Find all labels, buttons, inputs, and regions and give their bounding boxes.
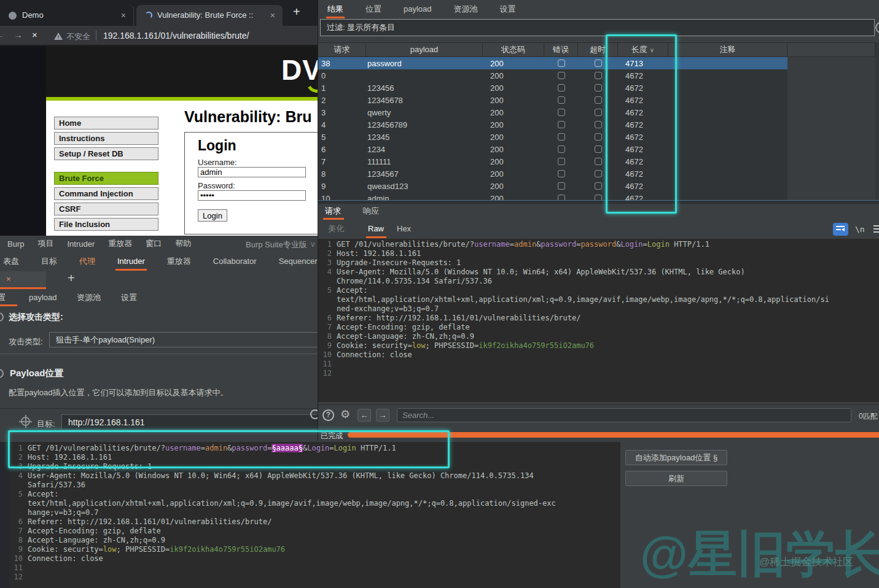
- password-field[interactable]: [198, 190, 306, 201]
- previous-match-button[interactable]: ←: [357, 409, 371, 422]
- sidebar-item[interactable]: Instructions: [54, 132, 158, 145]
- not-secure-warning-icon[interactable]: !: [54, 33, 63, 40]
- close-tab-icon[interactable]: ×: [270, 10, 275, 20]
- help-icon[interactable]: ?: [322, 409, 334, 421]
- checkbox-icon[interactable]: [595, 182, 602, 190]
- search-input[interactable]: [397, 409, 851, 422]
- forward-icon[interactable]: →: [14, 29, 23, 40]
- word-wrap-icon[interactable]: [833, 223, 848, 236]
- menu-item[interactable]: 帮助: [175, 238, 191, 249]
- editor-line[interactable]: 12: [318, 369, 879, 378]
- attack-window-tab[interactable]: 设置: [499, 0, 517, 18]
- table-row[interactable]: 9qweasd1232004672: [318, 180, 787, 192]
- checkbox-icon[interactable]: [595, 84, 602, 91]
- filter-settings-icon[interactable]: [875, 22, 879, 33]
- menu-item[interactable]: 重放器: [108, 238, 132, 249]
- attack-window-tab[interactable]: 资源池: [453, 0, 479, 18]
- tool-tab[interactable]: 重放器: [165, 252, 193, 271]
- editor-line[interactable]: 7Accept-Encoding: gzip, deflate: [318, 323, 879, 332]
- table-row[interactable]: 71111112004672: [318, 155, 787, 168]
- tool-tab[interactable]: Collaborator: [211, 252, 259, 271]
- checkbox-icon[interactable]: [595, 60, 602, 67]
- sidebar-item[interactable]: Brute Force: [54, 172, 158, 185]
- gear-icon[interactable]: ⚙: [340, 408, 350, 421]
- checkbox-icon[interactable]: [558, 182, 565, 190]
- results-header-cell[interactable]: 状态码: [483, 43, 544, 57]
- help-icon[interactable]: [0, 369, 4, 378]
- table-row[interactable]: 3qwerty2004672: [318, 106, 787, 118]
- tool-tab[interactable]: 目标: [39, 252, 59, 271]
- sidebar-item[interactable]: Home: [54, 117, 158, 130]
- results-splitter[interactable]: [318, 200, 879, 204]
- results-header-cell[interactable]: 注释: [668, 43, 787, 57]
- editor-line[interactable]: 6Referer: http://192.168.1.161/01/vulner…: [9, 517, 620, 527]
- editor-line[interactable]: 2Host: 192.168.1.161: [318, 249, 879, 258]
- menu-icon[interactable]: [873, 225, 879, 234]
- checkbox-icon[interactable]: [558, 109, 565, 116]
- editor-line[interactable]: 3Upgrade-Insecure-Requests: 1: [318, 258, 879, 268]
- sidebar-item[interactable]: CSRF: [54, 203, 158, 215]
- table-row[interactable]: 812345672004672: [318, 168, 787, 180]
- checkbox-icon[interactable]: [595, 145, 602, 153]
- checkbox-icon[interactable]: [595, 158, 602, 165]
- editor-line[interactable]: ned-exchange;v=b3;q=0.7: [318, 304, 879, 314]
- sub-tab[interactable]: 资源池: [77, 289, 101, 306]
- url-text[interactable]: 192.168.1.161/01/vulnerabilities/brute/: [103, 31, 249, 41]
- show-newlines-icon[interactable]: \n: [855, 225, 865, 234]
- tool-tab[interactable]: 表盘: [1, 252, 21, 271]
- back-icon[interactable]: ←: [0, 29, 4, 40]
- editor-line[interactable]: 10Connection: close: [9, 554, 620, 563]
- editor-line[interactable]: 4User-Agent: Mozilla/5.0 (Windows NT 10.…: [318, 268, 879, 277]
- sub-tab[interactable]: 位置: [0, 289, 6, 306]
- results-header-cell[interactable]: 错误: [544, 43, 578, 57]
- checkbox-icon[interactable]: [595, 133, 602, 141]
- table-row[interactable]: 41234567892004672: [318, 118, 787, 131]
- sub-tab[interactable]: 设置: [121, 289, 137, 306]
- table-row[interactable]: 5123452004672: [318, 131, 787, 143]
- checkbox-icon[interactable]: [595, 195, 602, 200]
- editor-line[interactable]: 9Cookie: security=low; PHPSESSID=ik9f2oi…: [318, 341, 879, 350]
- checkbox-icon[interactable]: [558, 96, 565, 104]
- new-tab-button[interactable]: +: [293, 5, 300, 19]
- checkbox-icon[interactable]: [595, 72, 602, 79]
- checkbox-icon[interactable]: [558, 121, 565, 128]
- editor-line[interactable]: Safari/537.36: [9, 481, 620, 490]
- tool-tab[interactable]: Sequencer: [277, 252, 319, 271]
- editor-line[interactable]: 7Accept-Encoding: gzip, deflate: [9, 527, 620, 536]
- login-button[interactable]: Login: [198, 209, 227, 222]
- browser-tab-demo[interactable]: Demo ×: [1, 5, 134, 26]
- editor-line[interactable]: Chrome/114.0.5735.134 Safari/537.36: [318, 277, 879, 286]
- attack-window-tab[interactable]: 位置: [364, 0, 383, 18]
- auto-add-payload-button[interactable]: 自动添加payload位置 §: [625, 450, 727, 465]
- menu-item[interactable]: Intruder: [67, 239, 95, 249]
- sub-tab[interactable]: payload: [29, 289, 57, 306]
- username-field[interactable]: [198, 167, 306, 177]
- checkbox-icon[interactable]: [595, 96, 602, 104]
- menu-item[interactable]: 窗口: [146, 238, 162, 249]
- checkbox-icon[interactable]: [558, 84, 565, 91]
- browser-tab-vulnerability[interactable]: Vulnerability: Brute Force :: Da ×: [136, 5, 283, 26]
- tab-prettify[interactable]: 美化: [328, 222, 344, 236]
- checkbox-icon[interactable]: [558, 133, 565, 141]
- sidebar-item[interactable]: File Inclusion: [54, 218, 158, 231]
- editor-line[interactable]: 5Accept:: [318, 286, 879, 295]
- table-row[interactable]: 11234562004672: [318, 82, 787, 94]
- checkbox-icon[interactable]: [558, 158, 565, 165]
- attack-window-tab[interactable]: payload: [402, 0, 433, 18]
- close-tab-icon[interactable]: ×: [121, 10, 126, 20]
- editor-line[interactable]: 11: [9, 563, 620, 573]
- new-attack-tab-button[interactable]: +: [68, 271, 75, 285]
- checkbox-icon[interactable]: [595, 121, 602, 128]
- filter-bar[interactable]: 过滤: 显示所有条目: [320, 19, 875, 36]
- editor-line[interactable]: 11: [318, 360, 879, 369]
- menu-item[interactable]: Burp: [7, 239, 24, 249]
- attack-subtab[interactable]: ×: [0, 271, 46, 289]
- editor-line[interactable]: 9Cookie: security=low; PHPSESSID=ik9f2oi…: [9, 545, 620, 554]
- results-header-cell[interactable]: payload: [366, 43, 483, 57]
- tab-response[interactable]: 响应: [363, 204, 379, 219]
- editor-line[interactable]: 1GET /01/vulnerabilities/brute/?username…: [318, 240, 879, 249]
- menu-item[interactable]: 项目: [37, 238, 53, 249]
- checkbox-icon[interactable]: [558, 170, 565, 177]
- sidebar-item[interactable]: Setup / Reset DB: [54, 147, 158, 160]
- close-icon[interactable]: ×: [6, 274, 11, 284]
